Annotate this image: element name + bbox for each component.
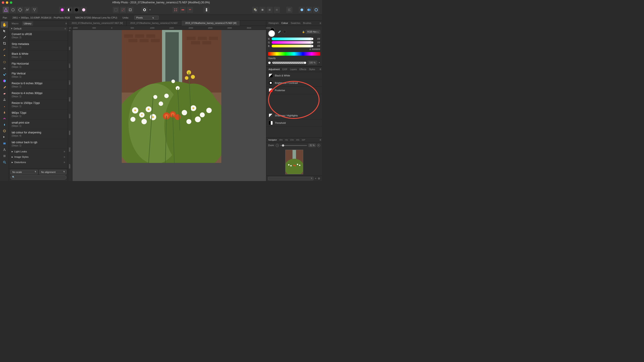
library-category-header[interactable]: ▼ Default ≡ xyxy=(9,26,68,31)
opacity-dropdown-icon[interactable]: ▼ xyxy=(318,62,320,64)
macro-item[interactable]: lab colour for sharpening(Steps: 4) xyxy=(9,129,68,139)
primary-colour-swatch[interactable] xyxy=(268,30,275,37)
maximize-window[interactable] xyxy=(10,1,12,4)
canvas-viewport[interactable] xyxy=(72,30,266,181)
green-value[interactable]: FF xyxy=(315,41,320,44)
blur-tool-icon[interactable] xyxy=(1,122,8,128)
category-menu-icon[interactable]: ≡ xyxy=(65,27,66,30)
document-tab[interactable]: 2019_0729katherine_barney_ceramics174.NE… xyxy=(127,20,182,26)
selection-brush-tool-icon[interactable] xyxy=(1,46,8,53)
gradient-tool-icon[interactable] xyxy=(1,78,8,84)
add-layer-icon[interactable] xyxy=(299,7,305,13)
zoom-slider[interactable] xyxy=(280,145,307,146)
32bit-preview-tab[interactable]: 32P xyxy=(300,138,306,142)
crop-tool-icon[interactable] xyxy=(1,40,8,46)
adjustment-item[interactable]: Posterise xyxy=(266,87,322,94)
dropdown-arrow-icon[interactable]: ▼ xyxy=(148,9,151,11)
adjustment-panel-menu-icon[interactable]: ≡ xyxy=(320,68,321,71)
zoom-value[interactable]: 31 % xyxy=(308,144,316,147)
smudge-tool-icon[interactable] xyxy=(1,115,8,122)
erase-tool-icon[interactable] xyxy=(1,90,8,97)
preset-select[interactable]: ⇅ xyxy=(268,177,314,180)
histogram-tab[interactable]: Histogram xyxy=(267,21,280,25)
selection-invert-icon[interactable] xyxy=(127,7,133,13)
info-tab[interactable]: Info xyxy=(295,138,300,142)
add-mask-icon[interactable] xyxy=(306,7,312,13)
sponge-tool-icon[interactable] xyxy=(1,128,8,134)
clone-tool-icon[interactable] xyxy=(1,97,8,103)
macro-item[interactable]: small print size(Steps: 1) xyxy=(9,119,68,129)
macro-item[interactable]: Flip Vertical(Steps: 1) xyxy=(9,70,68,80)
hand-tool-icon[interactable]: ✋ xyxy=(1,21,8,28)
eyedropper-icon[interactable]: 💉 xyxy=(278,30,281,33)
white-balance-icon[interactable] xyxy=(80,7,87,13)
develop-persona-icon[interactable] xyxy=(17,7,23,13)
close-window[interactable] xyxy=(2,1,4,4)
selection-deselect-icon[interactable] xyxy=(120,7,126,13)
macro-item[interactable]: Flip Horizontal(Steps: 1) xyxy=(9,60,68,70)
selection-marquee-icon[interactable] xyxy=(113,7,119,13)
liquify-persona-icon[interactable] xyxy=(10,7,16,13)
quick-mask-icon[interactable] xyxy=(142,7,148,13)
units-select[interactable]: Pixels ⇅ xyxy=(134,16,159,20)
alignment-select[interactable]: No alignment⇅ xyxy=(39,170,67,174)
tone-map-persona-icon[interactable] xyxy=(24,7,30,13)
macro-item[interactable]: Convert to sRGB(Steps: 2) xyxy=(9,31,68,41)
library-tab[interactable]: Library xyxy=(22,21,33,26)
scale-select[interactable]: No scale⇅ xyxy=(10,170,38,174)
arrange-backward-icon[interactable] xyxy=(259,7,266,13)
library-search-input[interactable] xyxy=(10,175,66,180)
macro-item[interactable]: Strip metadata(Steps: 1) xyxy=(9,41,68,50)
colour-wheel-icon[interactable] xyxy=(59,7,65,13)
marquee-tool-icon[interactable] xyxy=(1,59,8,65)
flood-select-tool-icon[interactable] xyxy=(1,53,8,59)
align-icon[interactable] xyxy=(286,7,292,13)
adjustment-tab[interactable]: Adjustment xyxy=(267,67,281,71)
flood-fill-tool-icon[interactable] xyxy=(1,71,8,78)
navigator-tab[interactable]: Navigator xyxy=(267,138,278,142)
category-menu-icon[interactable]: ≡ xyxy=(64,161,65,164)
zoom-out-icon[interactable]: − xyxy=(276,144,279,147)
transform-tab[interactable]: Xfm xyxy=(278,138,284,142)
blue-slider[interactable] xyxy=(272,45,314,47)
document-tab[interactable]: 2019_0729katherine_barney_ceramics175.NE… xyxy=(182,20,240,26)
zoom-in-icon[interactable]: + xyxy=(317,144,320,147)
settings-icon[interactable]: ⚙ xyxy=(318,177,320,180)
layers-tab[interactable]: Layers xyxy=(289,67,298,71)
adjustment-item[interactable]: Brightness / Contrast xyxy=(266,79,322,87)
dodge-tool-icon[interactable] xyxy=(1,109,8,115)
text-tool-icon[interactable]: A xyxy=(1,147,8,153)
photo-persona-icon[interactable] xyxy=(3,7,9,13)
macro-item[interactable]: lab colour back to rgb(Steps: 1) xyxy=(9,139,68,149)
arrange-back-icon[interactable] xyxy=(252,7,258,13)
add-preset-icon[interactable]: + xyxy=(315,177,316,180)
rectangle-tool-icon[interactable] xyxy=(1,140,8,147)
history-tab[interactable]: His xyxy=(284,138,289,142)
navigator-panel-menu-icon[interactable]: ≡ xyxy=(320,138,321,142)
macro-category[interactable]: ▶Light Leaks≡ xyxy=(9,149,68,154)
colour-tab[interactable]: Colour xyxy=(280,21,289,25)
exif-tab[interactable]: EXIF xyxy=(281,67,289,71)
navigator-thumbnail[interactable] xyxy=(285,150,303,174)
macro-item[interactable]: 960px 72ppi(Steps: 1) xyxy=(9,110,68,119)
macro-category[interactable]: ▶Image Styles≡ xyxy=(9,154,68,160)
red-slider[interactable] xyxy=(272,37,314,40)
mesh-warp-tool-icon[interactable] xyxy=(1,153,8,159)
paint-brush-tool-icon[interactable] xyxy=(1,84,8,90)
assistant-icon[interactable] xyxy=(204,7,210,13)
add-group-icon[interactable] xyxy=(313,7,319,13)
adjustment-item[interactable]: Shadows / Highlights xyxy=(266,112,322,119)
document-tab[interactable]: 2019_0729katherine_barney_ceramics167.NE… xyxy=(68,20,127,26)
arrange-forward-icon[interactable] xyxy=(266,7,273,13)
hsl-adjust-icon[interactable] xyxy=(74,7,80,13)
category-menu-icon[interactable]: ≡ xyxy=(64,156,65,158)
zoom-tool-icon[interactable] xyxy=(1,159,8,165)
sampled-colour-swatch[interactable] xyxy=(283,30,286,33)
bw-adjust-icon[interactable] xyxy=(66,7,72,13)
snap-grid-icon[interactable] xyxy=(172,7,179,13)
panel-menu-icon[interactable]: ≡ xyxy=(65,22,67,25)
macro-tab[interactable]: Macro xyxy=(10,21,20,26)
hex-value[interactable]: FFFFFF xyxy=(312,48,320,51)
export-persona-icon[interactable] xyxy=(31,7,38,13)
brushes-tab[interactable]: Brushes xyxy=(302,21,312,25)
